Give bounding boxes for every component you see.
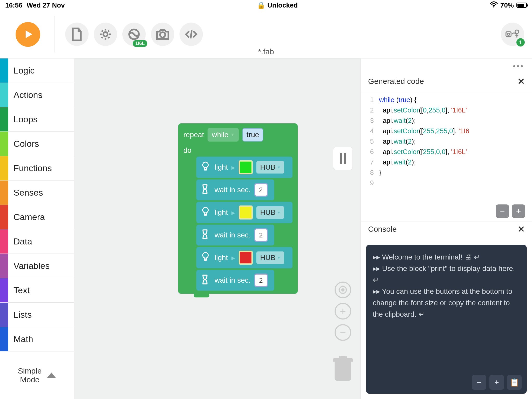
svg-point-10: [203, 207, 208, 213]
console-panel: Console ✕ ▸▸ Welcome to the terminal! 🖨 …: [361, 222, 532, 399]
svg-point-5: [507, 33, 509, 35]
filename[interactable]: *.fab: [258, 47, 274, 56]
while-dropdown[interactable]: while▼: [208, 128, 239, 142]
svg-point-11: [203, 252, 208, 258]
category-loops[interactable]: Loops: [0, 107, 74, 132]
color-swatch[interactable]: [239, 205, 253, 220]
bulb-icon: [201, 161, 211, 174]
camera-button[interactable]: [151, 23, 174, 46]
trash-button[interactable]: [333, 356, 353, 381]
repeat-label: repeat: [183, 131, 204, 139]
true-block[interactable]: true: [242, 128, 263, 142]
hub-dropdown[interactable]: HUB ▼: [256, 206, 284, 219]
code-button[interactable]: [179, 23, 203, 46]
chevron-up-icon: [47, 373, 56, 378]
wait-value[interactable]: 2: [254, 183, 268, 197]
lock-label: Unlocked: [267, 1, 298, 9]
pause-button[interactable]: [333, 147, 353, 170]
wait-value[interactable]: 2: [254, 274, 268, 287]
sidebar: LogicActionsLoopsColorsFunctionsSensesCa…: [0, 58, 74, 399]
conn-badge: 1I6L: [133, 40, 147, 47]
category-functions[interactable]: Functions: [0, 156, 74, 181]
svg-point-6: [515, 30, 519, 34]
svg-point-9: [203, 162, 208, 168]
category-data[interactable]: Data: [0, 229, 74, 254]
generated-code-title: Generated code: [368, 77, 424, 86]
battery-pct: 70%: [500, 1, 514, 9]
category-lists[interactable]: Lists: [0, 303, 74, 327]
term-font-minus[interactable]: −: [472, 375, 486, 390]
category-text[interactable]: Text: [0, 278, 74, 303]
hourglass-icon: [201, 184, 211, 196]
category-math[interactable]: Math: [0, 327, 74, 351]
repeat-block[interactable]: repeat while▼ true do light▸HUB ▼wait in…: [178, 123, 298, 294]
term-copy-button[interactable]: 📋: [507, 375, 522, 390]
hub-dropdown[interactable]: HUB ▼: [256, 161, 284, 174]
status-time: 16:56: [5, 1, 23, 9]
close-code-panel[interactable]: ✕: [517, 76, 525, 87]
right-panel: ••• Generated code ✕ 1while (true) {2 ap…: [361, 58, 532, 399]
svg-point-1: [103, 32, 108, 37]
term-font-plus[interactable]: +: [489, 375, 504, 390]
do-label: do: [183, 146, 292, 155]
block-stack[interactable]: repeat while▼ true do light▸HUB ▼wait in…: [178, 123, 298, 297]
code-view[interactable]: 1while (true) {2 api.setColor([0,255,0],…: [361, 92, 532, 222]
zoom-in-button[interactable]: +: [335, 303, 351, 320]
file-button[interactable]: [65, 23, 89, 46]
wait-block[interactable]: wait in sec.2: [196, 225, 274, 245]
panel-menu-icon[interactable]: •••: [361, 58, 532, 74]
hourglass-icon: [201, 274, 211, 287]
hourglass-icon: [201, 229, 211, 241]
svg-point-0: [493, 6, 495, 8]
lock-icon: 🔒: [257, 1, 265, 9]
terminal[interactable]: ▸▸ Welcome to the terminal! 🖨 ↵▸▸ Use th…: [366, 245, 527, 394]
color-swatch[interactable]: [239, 160, 253, 174]
category-actions[interactable]: Actions: [0, 83, 74, 107]
close-console-panel[interactable]: ✕: [517, 224, 525, 234]
category-variables[interactable]: Variables: [0, 254, 74, 278]
hub-dropdown[interactable]: HUB ▼: [256, 251, 284, 264]
block-canvas[interactable]: + − repeat while▼ true do light▸HUB ▼wai…: [74, 58, 361, 399]
wait-block[interactable]: wait in sec.2: [196, 270, 274, 291]
status-date: Wed 27 Nov: [27, 1, 65, 9]
wait-value[interactable]: 2: [254, 228, 268, 242]
svg-rect-4: [506, 32, 511, 37]
code-font-plus[interactable]: +: [512, 204, 525, 218]
bulb-icon: [201, 207, 211, 219]
zoom-out-button[interactable]: −: [335, 324, 351, 341]
category-colors[interactable]: Colors: [0, 132, 74, 156]
console-title: Console: [368, 225, 397, 234]
sensor-button[interactable]: 1I6L: [122, 23, 146, 46]
category-camera[interactable]: Camera: [0, 205, 74, 229]
hub-status-button[interactable]: 1: [501, 23, 524, 46]
svg-point-3: [160, 32, 165, 37]
light-block[interactable]: light▸HUB ▼: [196, 157, 292, 178]
status-bar: 16:56 Wed 27 Nov 🔒 Unlocked 70%: [0, 0, 532, 10]
simple-mode-toggle[interactable]: Simple Mode: [0, 351, 74, 399]
bulb-icon: [201, 252, 211, 264]
code-font-minus[interactable]: −: [496, 204, 509, 218]
wait-block[interactable]: wait in sec.2: [196, 179, 274, 200]
light-block[interactable]: light▸HUB ▼: [196, 202, 292, 223]
center-view-button[interactable]: [335, 282, 351, 298]
svg-point-7: [342, 289, 344, 291]
toolbar: 1I6L *.fab 1: [0, 10, 532, 58]
color-swatch[interactable]: [239, 251, 253, 265]
category-senses[interactable]: Senses: [0, 181, 74, 205]
category-logic[interactable]: Logic: [0, 58, 74, 83]
light-block[interactable]: light▸HUB ▼: [196, 247, 292, 268]
settings-button[interactable]: [94, 23, 117, 46]
hub-count-badge: 1: [516, 38, 525, 46]
battery-icon: [516, 3, 527, 8]
wifi-icon: [490, 1, 498, 9]
play-button[interactable]: [16, 22, 40, 47]
